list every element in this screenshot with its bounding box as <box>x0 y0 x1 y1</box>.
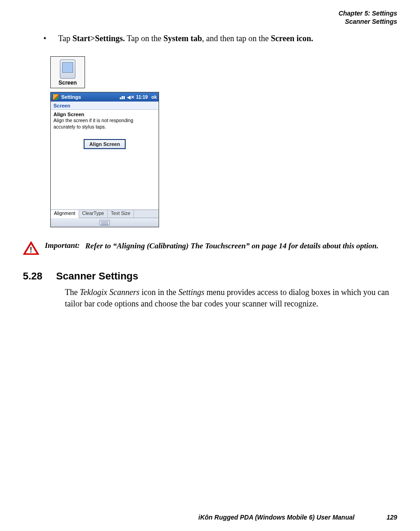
instr-mid2: , and then tap on the <box>202 34 271 43</box>
status-area: ◀✕ 11:19 ok <box>120 95 157 100</box>
instr-pre: Tap <box>58 34 72 43</box>
footer-page: 129 <box>387 514 397 521</box>
para-i2: Settings <box>178 288 204 297</box>
tab-textsize[interactable]: Text Size <box>108 210 134 218</box>
header-section: Scanner Settings <box>23 17 397 26</box>
keyboard-icon[interactable] <box>100 220 110 225</box>
page-header: Chapter 5: Settings Scanner Settings <box>23 9 397 26</box>
section-paragraph: The Teklogix Scanners icon in the Settin… <box>65 287 394 309</box>
screenshot-body: Align Screen Align the screen if it is n… <box>51 110 159 209</box>
windows-flag-icon <box>53 94 59 101</box>
bullet: • <box>43 34 56 43</box>
tab-cleartype[interactable]: ClearType <box>79 210 108 218</box>
pda-icon <box>60 59 75 79</box>
screen-icon-tile: Screen <box>50 56 85 88</box>
section-number: 5.28 <box>23 270 43 282</box>
para-mid1: icon in the <box>139 288 178 297</box>
header-chapter: Chapter 5: Settings <box>23 9 397 17</box>
important-text: Refer to “Aligning (Calibrating) The Tou… <box>85 241 379 252</box>
ok-button[interactable]: ok <box>151 95 157 100</box>
para-i1: Teklogix Scanners <box>80 288 139 297</box>
screen-icon-label: Screen <box>53 80 83 86</box>
section-title: Scanner Settings <box>56 270 138 282</box>
screenshot-titlebar: Settings ◀✕ 11:19 ok <box>51 92 159 102</box>
instr-b1: Start>Settings. <box>72 34 125 43</box>
align-heading: Align Screen <box>53 112 156 117</box>
page-footer: iKôn Rugged PDA (Windows Mobile 6) User … <box>23 514 397 521</box>
breadcrumb: Screen <box>51 102 159 110</box>
settings-screenshot: Settings ◀✕ 11:19 ok Screen Align Screen… <box>50 92 159 227</box>
sip-bar <box>51 218 159 227</box>
section-heading: 5.28 Scanner Settings <box>23 270 397 282</box>
instr-mid: Tap on the <box>125 34 163 43</box>
footer-manual: iKôn Rugged PDA (Windows Mobile 6) User … <box>198 514 355 521</box>
signal-icon <box>120 95 125 99</box>
warning-icon: ! <box>23 241 39 255</box>
screenshot-tabs: Alignment ClearType Text Size <box>51 209 159 218</box>
important-note: ! Important: Refer to “Aligning (Calibra… <box>23 241 397 255</box>
instr-b2: System tab <box>164 34 202 43</box>
instruction-line: • Tap Start>Settings. Tap on the System … <box>43 34 397 43</box>
tab-alignment[interactable]: Alignment <box>51 210 79 218</box>
speaker-icon: ◀✕ <box>127 95 134 100</box>
window-title: Settings <box>61 94 120 100</box>
align-description: Align the screen if it is not responding… <box>53 118 156 129</box>
align-screen-button[interactable]: Align Screen <box>84 139 125 149</box>
important-label: Important: <box>43 241 82 250</box>
instr-b3: Screen icon. <box>271 34 314 43</box>
para-pre: The <box>65 288 80 297</box>
clock-label: 11:19 <box>136 95 148 100</box>
